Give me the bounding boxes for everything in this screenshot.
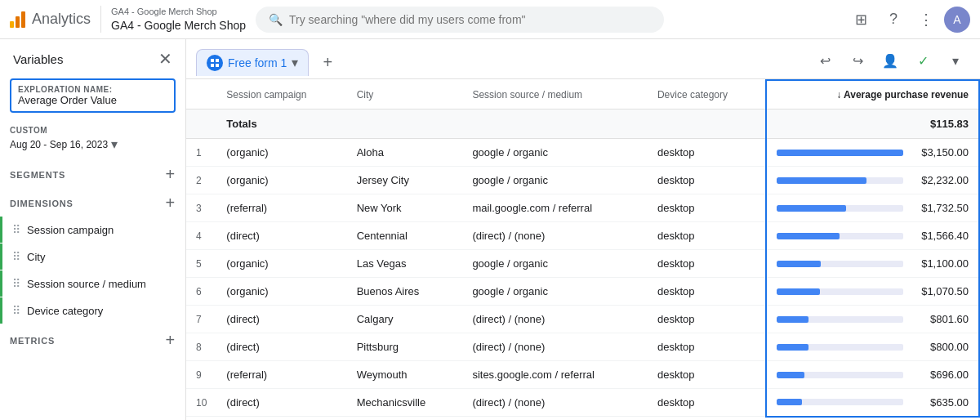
col-session-source-medium[interactable]: Session source / medium [462, 80, 648, 109]
metric-value: $1,732.50 [910, 202, 969, 214]
add-dimension-button[interactable]: + [166, 194, 176, 212]
undo-icon[interactable]: ↩ [810, 46, 840, 75]
metric-value: $696.00 [910, 369, 969, 381]
cell-city: Jersey City [347, 167, 463, 194]
bar-background [777, 261, 903, 267]
table-row[interactable]: 1 (organic) Aloha google / organic deskt… [186, 139, 979, 167]
cell-city: Centennial [347, 222, 463, 250]
cell-avg-purchase-revenue: $801.60 [766, 306, 979, 333]
date-label: Custom [10, 126, 176, 135]
bar-background [777, 150, 903, 156]
col-session-campaign[interactable]: Session campaign [216, 80, 346, 109]
bar-background [777, 288, 903, 295]
table-area: Session campaign City Session source / m… [186, 79, 980, 420]
cell-session-source-medium: (direct) / (none) [462, 333, 648, 361]
col-avg-purchase-revenue[interactable]: ↓ Average purchase revenue [766, 80, 979, 109]
metric-value: $1,566.40 [910, 230, 969, 242]
table-row[interactable]: 9 (referral) Weymouth sites.google.com /… [186, 361, 979, 389]
dimension-item-session-campaign[interactable]: ⠿ Session campaign [0, 217, 185, 243]
cell-device-category: desktop [648, 250, 766, 278]
cell-session-campaign: (organic) [216, 139, 346, 167]
dimension-item-device-category[interactable]: ⠿ Device category [0, 297, 185, 324]
table-row[interactable]: 6 (organic) Buenos Aires google / organi… [186, 278, 979, 306]
col-metric-label: Average purchase revenue [844, 89, 969, 101]
tab-free-form-icon [207, 55, 223, 71]
table-row[interactable]: 8 (direct) Pittsburg (direct) / (none) d… [186, 333, 979, 361]
row-number: 10 [186, 389, 216, 417]
segments-label: SEGMENTS [10, 170, 65, 180]
cell-avg-purchase-revenue: $3,150.00 [766, 139, 979, 167]
data-table: Session campaign City Session source / m… [186, 79, 980, 418]
cell-city: Buenos Aires [347, 278, 463, 306]
bar-background [777, 399, 903, 405]
table-row[interactable]: 7 (direct) Calgary (direct) / (none) des… [186, 306, 979, 333]
cell-device-category: desktop [648, 389, 766, 417]
logo: Analytics [10, 11, 91, 28]
drag-icon: ⠿ [12, 250, 20, 263]
sub-context: GA4 - Google Merch Shop [111, 6, 246, 17]
totals-row: Totals $115.83 [186, 109, 979, 139]
table-row[interactable]: 10 (direct) Mechanicsville (direct) / (n… [186, 389, 979, 417]
dimension-item-city[interactable]: ⠿ City [0, 244, 185, 270]
cell-avg-purchase-revenue: $1,070.50 [766, 278, 979, 306]
sidebar: Variables ✕ EXPLORATION NAME: Average Or… [0, 39, 186, 420]
content-area: Free form 1 ▾ + ↩ ↪ 👤 ✓ ▾ Session campai… [186, 39, 980, 420]
cell-session-campaign: (direct) [216, 389, 346, 417]
cell-avg-purchase-revenue: $635.00 [766, 389, 979, 417]
cell-session-campaign: (organic) [216, 250, 346, 278]
apps-icon[interactable]: ⊞ [846, 5, 875, 34]
close-icon[interactable]: ✕ [158, 49, 172, 69]
metric-value: $1,100.00 [910, 257, 969, 270]
tab-chevron-icon: ▾ [292, 55, 298, 70]
add-segment-button[interactable]: + [166, 165, 176, 184]
cell-session-source-medium: sites.google.com / referral [462, 361, 648, 389]
help-icon[interactable]: ? [879, 5, 908, 34]
drag-icon: ⠿ [12, 277, 20, 290]
cell-session-campaign: (direct) [216, 333, 346, 361]
add-tab-button[interactable]: + [315, 50, 340, 74]
tab-free-form-1[interactable]: Free form 1 ▾ [196, 49, 309, 76]
bar-fill [777, 177, 866, 184]
share-icon[interactable]: 👤 [875, 46, 905, 75]
table-row[interactable]: 5 (organic) Las Vegas google / organic d… [186, 250, 979, 278]
dimension-item-session-source-medium[interactable]: ⠿ Session source / medium [0, 270, 185, 297]
date-range-selector[interactable]: Aug 20 - Sep 16, 2023 ▾ [10, 136, 176, 152]
dimensions-section-header: DIMENSIONS + [0, 187, 185, 216]
totals-label: Totals [216, 109, 648, 139]
more-options-icon[interactable]: ▾ [941, 46, 970, 75]
bar-background [777, 177, 903, 184]
add-metric-button[interactable]: + [166, 331, 176, 350]
avatar[interactable]: A [944, 7, 970, 33]
table-row[interactable]: 2 (organic) Jersey City google / organic… [186, 167, 979, 194]
totals-device [648, 109, 766, 139]
search-bar[interactable]: 🔍 [256, 7, 664, 33]
more-vert-icon[interactable]: ⋮ [911, 5, 941, 34]
topbar-actions: ⊞ ? ⋮ A [846, 5, 970, 34]
brand-name: Analytics [32, 11, 91, 28]
cell-session-source-medium: mail.google.com / referral [462, 194, 648, 222]
check-circle-icon[interactable]: ✓ [908, 46, 938, 75]
redo-icon[interactable]: ↪ [843, 46, 872, 75]
cell-avg-purchase-revenue: $800.00 [766, 333, 979, 361]
cell-city: Aloha [347, 139, 463, 167]
cell-session-source-medium: (direct) / (none) [462, 306, 648, 333]
date-range-value: Aug 20 - Sep 16, 2023 [10, 139, 108, 150]
dimensions-label: DIMENSIONS [10, 199, 74, 208]
bar-fill [777, 399, 802, 405]
col-city[interactable]: City [347, 80, 463, 109]
account-context: GA4 - Google Merch Shop GA4 - Google Mer… [100, 6, 246, 32]
property-name: GA4 - Google Merch Shop [111, 18, 246, 33]
row-number: 4 [186, 222, 216, 250]
sort-icon: ↓ [836, 89, 841, 101]
table-row[interactable]: 3 (referral) New York mail.google.com / … [186, 194, 979, 222]
dimension-label: City [27, 251, 45, 263]
table-row[interactable]: 4 (direct) Centennial (direct) / (none) … [186, 222, 979, 250]
col-device-category[interactable]: Device category [648, 80, 766, 109]
cell-avg-purchase-revenue: $696.00 [766, 361, 979, 389]
bar-fill [777, 372, 804, 378]
cell-device-category: desktop [648, 167, 766, 194]
cell-avg-purchase-revenue: $1,100.00 [766, 250, 979, 278]
search-input[interactable] [289, 13, 651, 26]
metric-value: $2,232.00 [910, 174, 969, 186]
dimension-label: Device category [27, 305, 103, 317]
